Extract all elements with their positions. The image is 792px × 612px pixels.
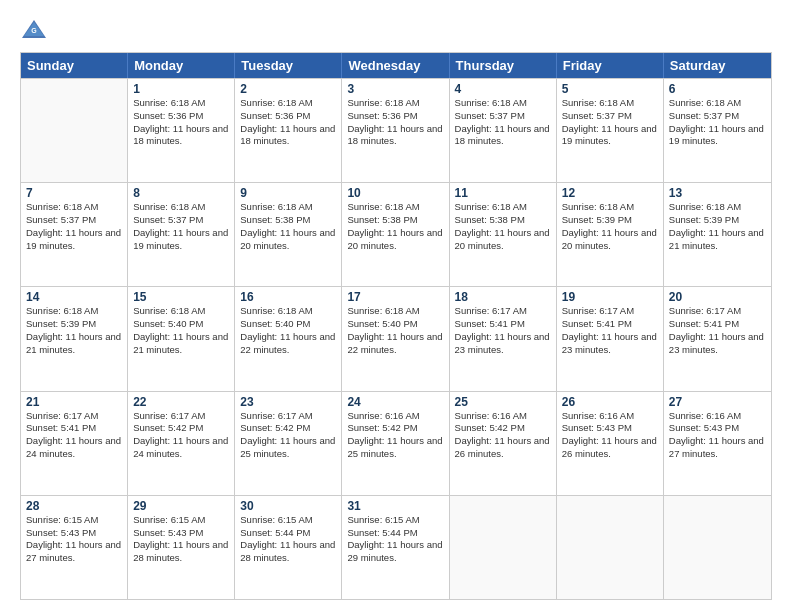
day-number: 23 (240, 395, 336, 409)
day-cell-13: 13Sunrise: 6:18 AM Sunset: 5:39 PM Dayli… (664, 183, 771, 286)
day-number: 26 (562, 395, 658, 409)
day-number: 30 (240, 499, 336, 513)
day-info: Sunrise: 6:15 AM Sunset: 5:44 PM Dayligh… (347, 514, 443, 565)
calendar: SundayMondayTuesdayWednesdayThursdayFrid… (20, 52, 772, 600)
day-cell-3: 3Sunrise: 6:18 AM Sunset: 5:36 PM Daylig… (342, 79, 449, 182)
day-info: Sunrise: 6:18 AM Sunset: 5:38 PM Dayligh… (455, 201, 551, 252)
day-number: 14 (26, 290, 122, 304)
day-cell-18: 18Sunrise: 6:17 AM Sunset: 5:41 PM Dayli… (450, 287, 557, 390)
day-info: Sunrise: 6:18 AM Sunset: 5:37 PM Dayligh… (669, 97, 766, 148)
day-number: 2 (240, 82, 336, 96)
header-day-thursday: Thursday (450, 53, 557, 78)
day-number: 21 (26, 395, 122, 409)
day-number: 22 (133, 395, 229, 409)
day-info: Sunrise: 6:16 AM Sunset: 5:43 PM Dayligh… (562, 410, 658, 461)
header-day-saturday: Saturday (664, 53, 771, 78)
day-number: 16 (240, 290, 336, 304)
day-cell-20: 20Sunrise: 6:17 AM Sunset: 5:41 PM Dayli… (664, 287, 771, 390)
header-day-friday: Friday (557, 53, 664, 78)
day-info: Sunrise: 6:18 AM Sunset: 5:37 PM Dayligh… (26, 201, 122, 252)
day-info: Sunrise: 6:17 AM Sunset: 5:42 PM Dayligh… (240, 410, 336, 461)
day-info: Sunrise: 6:18 AM Sunset: 5:39 PM Dayligh… (669, 201, 766, 252)
day-info: Sunrise: 6:17 AM Sunset: 5:41 PM Dayligh… (669, 305, 766, 356)
day-info: Sunrise: 6:18 AM Sunset: 5:36 PM Dayligh… (347, 97, 443, 148)
day-cell-22: 22Sunrise: 6:17 AM Sunset: 5:42 PM Dayli… (128, 392, 235, 495)
day-info: Sunrise: 6:18 AM Sunset: 5:37 PM Dayligh… (562, 97, 658, 148)
day-number: 29 (133, 499, 229, 513)
day-number: 18 (455, 290, 551, 304)
day-number: 4 (455, 82, 551, 96)
day-info: Sunrise: 6:18 AM Sunset: 5:36 PM Dayligh… (240, 97, 336, 148)
day-cell-31: 31Sunrise: 6:15 AM Sunset: 5:44 PM Dayli… (342, 496, 449, 599)
day-info: Sunrise: 6:18 AM Sunset: 5:38 PM Dayligh… (240, 201, 336, 252)
day-info: Sunrise: 6:18 AM Sunset: 5:36 PM Dayligh… (133, 97, 229, 148)
day-info: Sunrise: 6:17 AM Sunset: 5:42 PM Dayligh… (133, 410, 229, 461)
header-day-monday: Monday (128, 53, 235, 78)
day-number: 8 (133, 186, 229, 200)
day-number: 17 (347, 290, 443, 304)
day-info: Sunrise: 6:16 AM Sunset: 5:42 PM Dayligh… (347, 410, 443, 461)
day-info: Sunrise: 6:17 AM Sunset: 5:41 PM Dayligh… (26, 410, 122, 461)
day-cell-17: 17Sunrise: 6:18 AM Sunset: 5:40 PM Dayli… (342, 287, 449, 390)
day-cell-23: 23Sunrise: 6:17 AM Sunset: 5:42 PM Dayli… (235, 392, 342, 495)
day-number: 3 (347, 82, 443, 96)
empty-cell-4-4 (450, 496, 557, 599)
week-row-5: 28Sunrise: 6:15 AM Sunset: 5:43 PM Dayli… (21, 495, 771, 599)
week-row-1: 1Sunrise: 6:18 AM Sunset: 5:36 PM Daylig… (21, 78, 771, 182)
logo: G (20, 16, 52, 44)
day-number: 19 (562, 290, 658, 304)
day-cell-7: 7Sunrise: 6:18 AM Sunset: 5:37 PM Daylig… (21, 183, 128, 286)
day-info: Sunrise: 6:18 AM Sunset: 5:40 PM Dayligh… (133, 305, 229, 356)
day-cell-29: 29Sunrise: 6:15 AM Sunset: 5:43 PM Dayli… (128, 496, 235, 599)
day-number: 12 (562, 186, 658, 200)
day-info: Sunrise: 6:15 AM Sunset: 5:43 PM Dayligh… (133, 514, 229, 565)
day-number: 5 (562, 82, 658, 96)
day-cell-9: 9Sunrise: 6:18 AM Sunset: 5:38 PM Daylig… (235, 183, 342, 286)
empty-cell-0-0 (21, 79, 128, 182)
day-cell-15: 15Sunrise: 6:18 AM Sunset: 5:40 PM Dayli… (128, 287, 235, 390)
logo-icon: G (20, 16, 48, 44)
day-info: Sunrise: 6:17 AM Sunset: 5:41 PM Dayligh… (562, 305, 658, 356)
day-number: 27 (669, 395, 766, 409)
calendar-body: 1Sunrise: 6:18 AM Sunset: 5:36 PM Daylig… (21, 78, 771, 599)
header: G (20, 16, 772, 44)
calendar-page: G SundayMondayTuesdayWednesdayThursdayFr… (0, 0, 792, 612)
header-day-sunday: Sunday (21, 53, 128, 78)
day-cell-25: 25Sunrise: 6:16 AM Sunset: 5:42 PM Dayli… (450, 392, 557, 495)
day-cell-26: 26Sunrise: 6:16 AM Sunset: 5:43 PM Dayli… (557, 392, 664, 495)
day-number: 13 (669, 186, 766, 200)
day-cell-21: 21Sunrise: 6:17 AM Sunset: 5:41 PM Dayli… (21, 392, 128, 495)
calendar-header: SundayMondayTuesdayWednesdayThursdayFrid… (21, 53, 771, 78)
day-cell-5: 5Sunrise: 6:18 AM Sunset: 5:37 PM Daylig… (557, 79, 664, 182)
header-day-tuesday: Tuesday (235, 53, 342, 78)
day-cell-30: 30Sunrise: 6:15 AM Sunset: 5:44 PM Dayli… (235, 496, 342, 599)
day-info: Sunrise: 6:18 AM Sunset: 5:40 PM Dayligh… (240, 305, 336, 356)
week-row-3: 14Sunrise: 6:18 AM Sunset: 5:39 PM Dayli… (21, 286, 771, 390)
day-info: Sunrise: 6:18 AM Sunset: 5:39 PM Dayligh… (562, 201, 658, 252)
day-number: 6 (669, 82, 766, 96)
day-cell-6: 6Sunrise: 6:18 AM Sunset: 5:37 PM Daylig… (664, 79, 771, 182)
day-number: 25 (455, 395, 551, 409)
day-number: 7 (26, 186, 122, 200)
week-row-2: 7Sunrise: 6:18 AM Sunset: 5:37 PM Daylig… (21, 182, 771, 286)
day-info: Sunrise: 6:18 AM Sunset: 5:40 PM Dayligh… (347, 305, 443, 356)
day-number: 31 (347, 499, 443, 513)
day-number: 15 (133, 290, 229, 304)
day-number: 11 (455, 186, 551, 200)
day-cell-10: 10Sunrise: 6:18 AM Sunset: 5:38 PM Dayli… (342, 183, 449, 286)
day-info: Sunrise: 6:15 AM Sunset: 5:44 PM Dayligh… (240, 514, 336, 565)
day-cell-8: 8Sunrise: 6:18 AM Sunset: 5:37 PM Daylig… (128, 183, 235, 286)
day-number: 10 (347, 186, 443, 200)
day-info: Sunrise: 6:15 AM Sunset: 5:43 PM Dayligh… (26, 514, 122, 565)
day-cell-11: 11Sunrise: 6:18 AM Sunset: 5:38 PM Dayli… (450, 183, 557, 286)
day-cell-4: 4Sunrise: 6:18 AM Sunset: 5:37 PM Daylig… (450, 79, 557, 182)
day-info: Sunrise: 6:17 AM Sunset: 5:41 PM Dayligh… (455, 305, 551, 356)
day-info: Sunrise: 6:18 AM Sunset: 5:39 PM Dayligh… (26, 305, 122, 356)
day-info: Sunrise: 6:16 AM Sunset: 5:43 PM Dayligh… (669, 410, 766, 461)
week-row-4: 21Sunrise: 6:17 AM Sunset: 5:41 PM Dayli… (21, 391, 771, 495)
empty-cell-4-6 (664, 496, 771, 599)
day-cell-2: 2Sunrise: 6:18 AM Sunset: 5:36 PM Daylig… (235, 79, 342, 182)
day-cell-14: 14Sunrise: 6:18 AM Sunset: 5:39 PM Dayli… (21, 287, 128, 390)
day-cell-24: 24Sunrise: 6:16 AM Sunset: 5:42 PM Dayli… (342, 392, 449, 495)
empty-cell-4-5 (557, 496, 664, 599)
